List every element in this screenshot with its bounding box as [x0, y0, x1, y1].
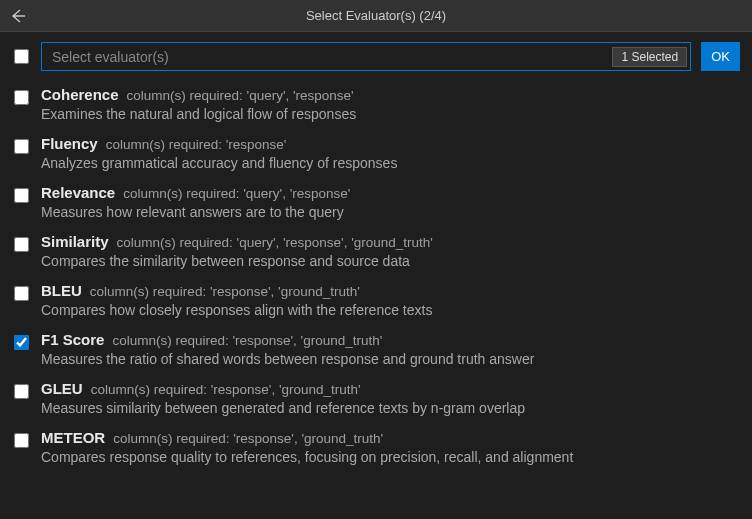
- evaluator-checkbox[interactable]: [14, 335, 29, 350]
- evaluator-checkbox[interactable]: [14, 286, 29, 301]
- evaluator-checkbox[interactable]: [14, 90, 29, 105]
- selected-count-badge: 1 Selected: [612, 47, 687, 67]
- evaluator-requirements: column(s) required: 'query', 'response': [123, 186, 350, 201]
- evaluator-item[interactable]: METEORcolumn(s) required: 'response', 'g…: [14, 424, 740, 473]
- evaluator-description: Analyzes grammatical accuracy and fluenc…: [41, 155, 740, 171]
- evaluator-title-row: BLEUcolumn(s) required: 'response', 'gro…: [41, 282, 740, 299]
- evaluator-title-row: Similaritycolumn(s) required: 'query', '…: [41, 233, 740, 250]
- evaluator-body: METEORcolumn(s) required: 'response', 'g…: [41, 429, 740, 465]
- evaluator-title-row: METEORcolumn(s) required: 'response', 'g…: [41, 429, 740, 446]
- evaluator-name: F1 Score: [41, 331, 104, 348]
- evaluator-item[interactable]: Relevancecolumn(s) required: 'query', 'r…: [14, 179, 740, 228]
- evaluator-name: Fluency: [41, 135, 98, 152]
- arrow-left-icon: [10, 8, 26, 24]
- evaluator-checkbox[interactable]: [14, 188, 29, 203]
- evaluator-name: Similarity: [41, 233, 109, 250]
- select-all-checkbox[interactable]: [14, 49, 29, 64]
- evaluator-list: Coherencecolumn(s) required: 'query', 'r…: [0, 81, 752, 518]
- evaluator-name: Relevance: [41, 184, 115, 201]
- evaluator-checkbox[interactable]: [14, 433, 29, 448]
- evaluator-name: METEOR: [41, 429, 105, 446]
- evaluator-description: Measures the ratio of shared words betwe…: [41, 351, 740, 367]
- evaluator-title-row: Relevancecolumn(s) required: 'query', 'r…: [41, 184, 740, 201]
- evaluator-title-row: GLEUcolumn(s) required: 'response', 'gro…: [41, 380, 740, 397]
- evaluator-requirements: column(s) required: 'response', 'ground_…: [90, 284, 360, 299]
- evaluator-requirements: column(s) required: 'response': [106, 137, 287, 152]
- evaluator-requirements: column(s) required: 'query', 'response': [127, 88, 354, 103]
- evaluator-checkbox[interactable]: [14, 384, 29, 399]
- back-button[interactable]: [0, 0, 36, 32]
- evaluator-checkbox[interactable]: [14, 139, 29, 154]
- evaluator-name: BLEU: [41, 282, 82, 299]
- evaluator-description: Measures similarity between generated an…: [41, 400, 740, 416]
- evaluator-item[interactable]: GLEUcolumn(s) required: 'response', 'gro…: [14, 375, 740, 424]
- evaluator-description: Compares how closely responses align wit…: [41, 302, 740, 318]
- evaluator-body: Relevancecolumn(s) required: 'query', 'r…: [41, 184, 740, 220]
- evaluator-name: Coherence: [41, 86, 119, 103]
- evaluator-requirements: column(s) required: 'response', 'ground_…: [112, 333, 382, 348]
- search-box[interactable]: 1 Selected: [41, 42, 691, 71]
- evaluator-checkbox[interactable]: [14, 237, 29, 252]
- evaluator-item[interactable]: Coherencecolumn(s) required: 'query', 'r…: [14, 81, 740, 130]
- search-row: 1 Selected OK: [0, 32, 752, 81]
- ok-button[interactable]: OK: [701, 42, 740, 71]
- evaluator-item[interactable]: BLEUcolumn(s) required: 'response', 'gro…: [14, 277, 740, 326]
- evaluator-body: Similaritycolumn(s) required: 'query', '…: [41, 233, 740, 269]
- evaluator-item[interactable]: Fluencycolumn(s) required: 'response'Ana…: [14, 130, 740, 179]
- evaluator-body: F1 Scorecolumn(s) required: 'response', …: [41, 331, 740, 367]
- dialog-header: Select Evaluator(s) (2/4): [0, 0, 752, 32]
- evaluator-description: Measures how relevant answers are to the…: [41, 204, 740, 220]
- evaluator-name: GLEU: [41, 380, 83, 397]
- evaluator-body: Coherencecolumn(s) required: 'query', 'r…: [41, 86, 740, 122]
- evaluator-body: GLEUcolumn(s) required: 'response', 'gro…: [41, 380, 740, 416]
- evaluator-title-row: F1 Scorecolumn(s) required: 'response', …: [41, 331, 740, 348]
- evaluator-item[interactable]: F1 Scorecolumn(s) required: 'response', …: [14, 326, 740, 375]
- evaluator-requirements: column(s) required: 'response', 'ground_…: [91, 382, 361, 397]
- evaluator-requirements: column(s) required: 'query', 'response',…: [117, 235, 433, 250]
- evaluator-body: BLEUcolumn(s) required: 'response', 'gro…: [41, 282, 740, 318]
- evaluator-title-row: Fluencycolumn(s) required: 'response': [41, 135, 740, 152]
- evaluator-requirements: column(s) required: 'response', 'ground_…: [113, 431, 383, 446]
- evaluator-description: Examines the natural and logical flow of…: [41, 106, 740, 122]
- evaluator-description: Compares the similarity between response…: [41, 253, 740, 269]
- evaluator-title-row: Coherencecolumn(s) required: 'query', 'r…: [41, 86, 740, 103]
- dialog-title: Select Evaluator(s) (2/4): [0, 8, 752, 23]
- evaluator-item[interactable]: Similaritycolumn(s) required: 'query', '…: [14, 228, 740, 277]
- search-input[interactable]: [42, 43, 612, 70]
- evaluator-description: Compares response quality to references,…: [41, 449, 740, 465]
- evaluator-body: Fluencycolumn(s) required: 'response'Ana…: [41, 135, 740, 171]
